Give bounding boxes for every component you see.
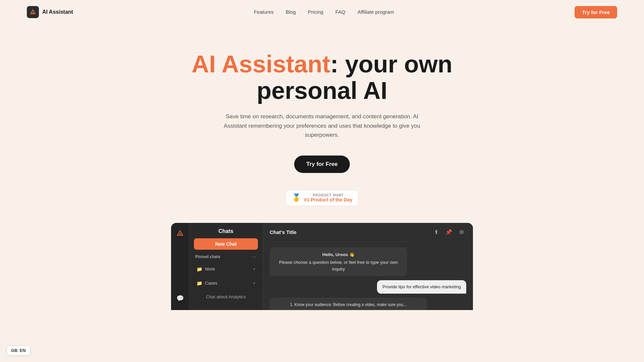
locale-region: GB (11, 348, 18, 353)
app-preview: 💬 Chats New Chat Pinned chats ⋯ 📁 Work ▾… (171, 223, 473, 310)
pinned-menu-icon[interactable]: ⋯ (251, 254, 257, 260)
ai-response-bubble: 1. Know your audience: Before creating a… (270, 298, 427, 310)
folder-cases-label: Cases (205, 281, 217, 286)
ph-label-top: PRODUCT HUNT (304, 193, 353, 197)
locale-lang: EN (20, 348, 26, 353)
hero-section: AI Assistant: your own personal AI Save … (0, 24, 644, 327)
pinned-header: Pinned chats ⋯ (194, 254, 258, 260)
nav-cta-button[interactable]: Try for Free (575, 6, 617, 18)
ai-greeting-sub: Please choose a question below, or feel … (275, 259, 402, 272)
ph-text-block: PRODUCT HUNT #1 Product of the Day (304, 193, 353, 202)
chat-header-title: Chat's Title (270, 229, 297, 235)
product-hunt-badge: 🥇 PRODUCT HUNT #1 Product of the Day (285, 190, 359, 206)
chevron-down-icon-cases: ▾ (253, 281, 255, 286)
chat-header-icons: ⬆ 📌 ⚙ (431, 228, 466, 237)
chat-header: Chat's Title ⬆ 📌 ⚙ (263, 223, 473, 242)
ph-label-main: #1 Product of the Day (304, 197, 353, 202)
nav-pricing[interactable]: Pricing (308, 9, 323, 15)
logo-icon (27, 6, 39, 18)
navbar: AI Assistant Features Blog Pricing FAQ A… (0, 0, 644, 24)
sidebar-chats: Chats New Chat Pinned chats ⋯ 📁 Work ▾ 📁… (189, 223, 263, 310)
settings-icon[interactable]: ⚙ (457, 228, 466, 237)
logo-text: AI Assistant (42, 9, 73, 15)
nav-blog[interactable]: Blog (286, 9, 296, 15)
nav-links: Features Blog Pricing FAQ Affiliate prog… (254, 9, 394, 15)
nav-affiliate[interactable]: Affiliate program (358, 9, 394, 15)
hero-title: AI Assistant: your own personal AI (188, 51, 456, 104)
folder-icon-cases: 📁 (197, 281, 202, 286)
ph-medal-icon: 🥇 (292, 193, 301, 202)
chat-item-analytics[interactable]: Chat about Analytics (194, 292, 258, 301)
share-icon[interactable]: ⬆ (431, 228, 441, 237)
nav-features[interactable]: Features (254, 9, 274, 15)
nav-faq[interactable]: FAQ (335, 9, 345, 15)
user-message-bubble: Provide tips for effective video marketi… (377, 280, 466, 294)
chats-title: Chats (194, 228, 258, 234)
sidebar-narrow: 💬 (171, 223, 189, 310)
logo-link[interactable]: AI Assistant (27, 6, 73, 18)
folder-work[interactable]: 📁 Work ▾ (194, 264, 258, 274)
ai-greeting-text: Hello, Uroos 👋 (275, 251, 402, 258)
chat-main: Chat's Title ⬆ 📌 ⚙ Hello, Uroos 👋 Please… (263, 223, 473, 310)
hero-title-accent: AI Assistant (192, 51, 330, 77)
folder-icon: 📁 (197, 266, 202, 272)
pinned-label: Pinned chats (195, 254, 220, 259)
app-logo-icon (175, 228, 185, 238)
hero-cta-button[interactable]: Try for Free (294, 156, 350, 173)
folder-cases[interactable]: 📁 Cases ▾ (194, 278, 258, 288)
chevron-down-icon: ▾ (253, 267, 255, 272)
ai-greeting-bubble: Hello, Uroos 👋 Please choose a question … (270, 247, 407, 277)
new-chat-button[interactable]: New Chat (194, 238, 258, 250)
chat-icon[interactable]: 💬 (175, 293, 185, 303)
locale-bar[interactable]: GB EN (7, 346, 30, 355)
pin-icon[interactable]: 📌 (444, 228, 453, 237)
chat-body: Hello, Uroos 👋 Please choose a question … (263, 242, 473, 310)
hero-subtitle: Save time on research, documents managem… (218, 112, 426, 139)
folder-work-label: Work (205, 266, 215, 272)
